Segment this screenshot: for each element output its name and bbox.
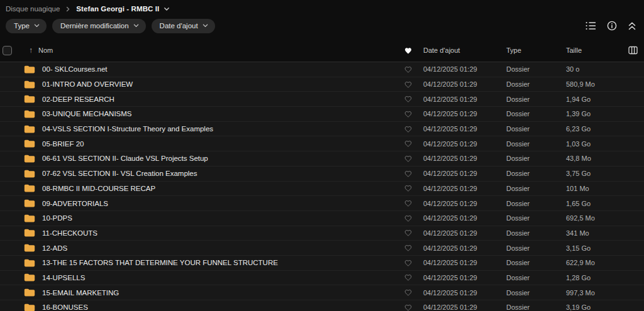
file-size: 6,23 Go <box>558 125 621 133</box>
table-row[interactable]: 10-PDPS 04/12/2025 01:29 Dossier 692,5 M… <box>0 211 644 226</box>
table-row[interactable]: 09-ADVERTORIALS 04/12/2025 01:29 Dossier… <box>0 196 644 211</box>
file-size: 3,15 Go <box>558 244 621 252</box>
heart-outline-icon <box>404 81 412 88</box>
table-row[interactable]: 14-UPSELLS 04/12/2025 01:29 Dossier 1,28… <box>0 271 644 286</box>
file-name: 03-UNIQUE MECHANISMS <box>42 110 401 117</box>
table-row[interactable]: 08-RMBC II MID-COURSE RECAP 04/12/2025 0… <box>0 182 644 197</box>
file-date: 04/12/2025 01:29 <box>416 229 499 237</box>
cloud-drive-file-browser: Disque nuagique Stefan Georgi - RMBC II … <box>0 0 644 311</box>
filter-chip-type[interactable]: Type <box>6 19 47 33</box>
file-name: 01-INTRO AND OVERVIEW <box>42 80 401 88</box>
file-list: 00- SKLCourses.net 04/12/2025 01:29 Doss… <box>0 62 644 311</box>
file-name: 06-61 VSL SECTION II- Claude VSL Project… <box>42 155 401 162</box>
favorite-toggle[interactable] <box>401 229 416 236</box>
table-row[interactable]: 12-ADS 04/12/2025 01:29 Dossier 3,15 Go <box>0 241 644 256</box>
file-type: Dossier <box>499 110 558 117</box>
favorite-toggle[interactable] <box>401 81 416 88</box>
file-date: 04/12/2025 01:29 <box>416 185 499 192</box>
table-row[interactable]: 01-INTRO AND OVERVIEW 04/12/2025 01:29 D… <box>0 77 644 92</box>
table-row[interactable]: 16-BONUSES 04/12/2025 01:29 Dossier 3,19… <box>0 300 644 311</box>
file-date: 04/12/2025 01:29 <box>416 214 499 222</box>
file-type: Dossier <box>499 229 558 237</box>
favorite-toggle[interactable] <box>401 244 416 251</box>
column-header-type[interactable]: Type <box>499 46 558 54</box>
table-row[interactable]: 05-BRIEF 20 04/12/2025 01:29 Dossier 1,0… <box>0 136 644 151</box>
column-settings-icon[interactable] <box>621 46 644 55</box>
file-type: Dossier <box>499 244 558 252</box>
file-size: 30 o <box>558 65 621 73</box>
file-name: 02-DEEP RESEARCH <box>42 95 401 103</box>
table-row[interactable]: 00- SKLCourses.net 04/12/2025 01:29 Doss… <box>0 62 644 77</box>
heart-outline-icon <box>404 155 412 162</box>
filter-chip-label: Date d'ajout <box>160 22 198 30</box>
heart-filled-icon <box>404 47 412 54</box>
favorite-toggle[interactable] <box>401 66 416 73</box>
table-row[interactable]: 06-61 VSL SECTION II- Claude VSL Project… <box>0 151 644 166</box>
file-size: 622,9 Mo <box>558 259 621 266</box>
column-header-favorite[interactable] <box>401 47 416 54</box>
collapse-panel-icon[interactable] <box>628 21 636 31</box>
heart-outline-icon <box>404 289 412 296</box>
folder-icon <box>24 109 35 119</box>
list-view-icon[interactable] <box>586 21 596 30</box>
column-header-name[interactable]: ↑ Nom <box>24 46 401 55</box>
favorite-toggle[interactable] <box>401 274 416 281</box>
column-header-size[interactable]: Taille <box>558 46 621 54</box>
file-size: 1,28 Go <box>558 274 621 281</box>
file-date: 04/12/2025 01:29 <box>416 289 499 297</box>
chevron-down-icon[interactable] <box>164 7 170 11</box>
favorite-toggle[interactable] <box>401 304 416 311</box>
heart-outline-icon <box>404 126 412 133</box>
select-all-checkbox[interactable] <box>3 46 12 55</box>
file-date: 04/12/2025 01:29 <box>416 80 499 88</box>
file-size: 580,9 Mo <box>558 80 621 88</box>
favorite-toggle[interactable] <box>401 185 416 192</box>
breadcrumb-parent[interactable]: Disque nuagique <box>6 5 60 13</box>
table-row[interactable]: 13-THE 15 FACTORS THAT DETERMINE YOUR FU… <box>0 256 644 271</box>
favorite-toggle[interactable] <box>401 259 416 266</box>
folder-icon <box>24 214 35 223</box>
folder-icon <box>24 243 35 253</box>
favorite-toggle[interactable] <box>401 155 416 162</box>
table-row[interactable]: 07-62 VSL SECTION II- VSL Creation Examp… <box>0 166 644 182</box>
file-type: Dossier <box>499 303 558 311</box>
file-name: 15-EMAIL MARKETING <box>42 289 401 297</box>
file-type: Dossier <box>499 155 558 162</box>
table-row[interactable]: 02-DEEP RESEARCH 04/12/2025 01:29 Dossie… <box>0 92 644 107</box>
favorite-toggle[interactable] <box>401 200 416 207</box>
chevron-down-icon <box>203 24 208 28</box>
table-row[interactable]: 15-EMAIL MARKETING 04/12/2025 01:29 Doss… <box>0 285 644 300</box>
filter-chip-label: Type <box>14 22 30 30</box>
file-size: 1,39 Go <box>558 110 621 117</box>
file-type: Dossier <box>499 140 558 148</box>
file-name: 14-UPSELLS <box>42 274 401 281</box>
folder-icon <box>24 169 35 178</box>
favorite-toggle[interactable] <box>401 289 416 296</box>
favorite-toggle[interactable] <box>401 140 416 147</box>
file-size: 43,8 Mo <box>558 155 621 162</box>
folder-icon <box>24 183 35 193</box>
table-row[interactable]: 03-UNIQUE MECHANISMS 04/12/2025 01:29 Do… <box>0 107 644 122</box>
favorite-toggle[interactable] <box>401 111 416 117</box>
filter-chip-last-modified[interactable]: Dernière modification <box>52 19 146 33</box>
filter-chip-date-added[interactable]: Date d'ajout <box>152 19 215 33</box>
folder-icon <box>24 94 35 104</box>
info-icon[interactable] <box>607 21 617 31</box>
file-date: 04/12/2025 01:29 <box>416 95 499 103</box>
file-type: Dossier <box>499 214 558 222</box>
file-name: 10-PDPS <box>42 214 401 222</box>
favorite-toggle[interactable] <box>401 215 416 222</box>
table-header: ↑ Nom Date d'ajout Type Taille <box>0 41 644 59</box>
heart-outline-icon <box>404 229 412 236</box>
table-row[interactable]: 11-CHECKOUTS 04/12/2025 01:29 Dossier 34… <box>0 226 644 241</box>
table-row[interactable]: 04-VSLS SECTION I-Structure Theory and E… <box>0 122 644 137</box>
favorite-toggle[interactable] <box>401 170 416 177</box>
file-name: 11-CHECKOUTS <box>42 229 401 237</box>
file-size: 1,94 Go <box>558 95 621 103</box>
file-date: 04/12/2025 01:29 <box>416 274 499 281</box>
favorite-toggle[interactable] <box>401 95 416 102</box>
file-name: 05-BRIEF 20 <box>42 140 401 148</box>
favorite-toggle[interactable] <box>401 126 416 133</box>
file-date: 04/12/2025 01:29 <box>416 65 499 73</box>
column-header-date[interactable]: Date d'ajout <box>416 46 499 54</box>
